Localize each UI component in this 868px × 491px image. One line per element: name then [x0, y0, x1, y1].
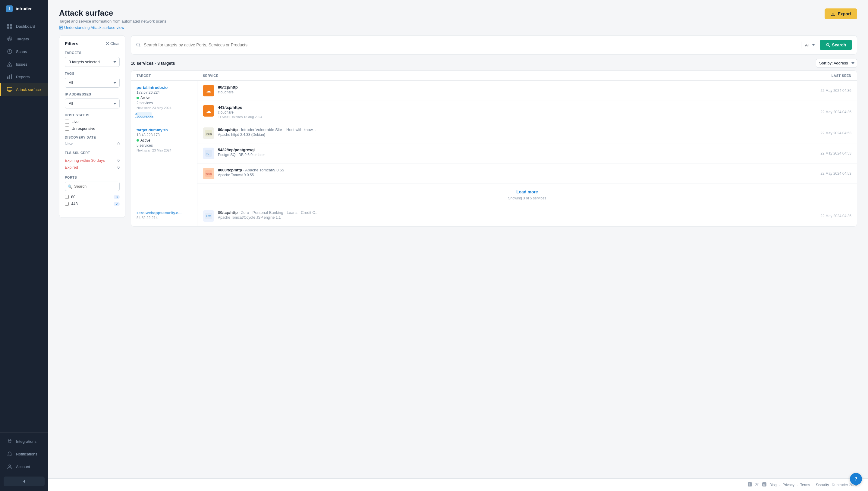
status-label: Active — [140, 96, 150, 100]
sidebar-item-account[interactable]: Account — [0, 460, 48, 473]
sidebar-collapse-button[interactable] — [4, 476, 45, 486]
filter-tags: Tags All — [65, 72, 120, 88]
svg-text:in: in — [763, 484, 765, 486]
ip-select[interactable]: All — [65, 98, 120, 109]
sidebar-item-reports[interactable]: Reports — [0, 70, 48, 83]
tags-filter-label: Tags — [65, 72, 120, 75]
live-checkbox[interactable] — [65, 120, 69, 124]
service-name-443: 443/tcp/https — [218, 105, 803, 110]
footer: f in Blog · Privacy · Terms · Security ©… — [48, 478, 868, 491]
service-product-80: cloudflare — [218, 90, 803, 94]
svg-line-22 — [139, 46, 140, 47]
sidebar-item-dashboard[interactable]: Dashboard — [0, 20, 48, 32]
logo-text: intruder — [16, 6, 32, 11]
host-status-checkboxes: Live Unresponsive — [65, 119, 120, 131]
col-last-seen: Last seen — [803, 74, 851, 78]
main-content: Attack surface Target and service inform… — [48, 0, 868, 491]
sidebar-logo[interactable]: I intruder — [0, 0, 48, 18]
ports-label: Ports — [65, 176, 120, 179]
sidebar-item-notifications[interactable]: Notifications — [0, 447, 48, 460]
service-info-8000: TOMCAT 8000/tcp/http · Apache Tomcat/9.0… — [203, 168, 803, 179]
sidebar-item-label: Scans — [16, 49, 27, 54]
unresponsive-label: Unresponsive — [72, 126, 95, 131]
unresponsive-checkbox-label[interactable]: Unresponsive — [65, 126, 120, 131]
sidebar-item-label: Dashboard — [16, 24, 35, 29]
service-last-seen-80-dummy: 22 May 2024 04:53 — [803, 131, 851, 135]
port-item-80[interactable]: 80 3 — [65, 193, 120, 200]
unresponsive-checkbox[interactable] — [65, 126, 69, 131]
port-443-checkbox[interactable] — [65, 202, 69, 206]
understanding-link[interactable]: Understanding Attack surface view — [59, 25, 166, 30]
filter-ports: Ports 🔍 80 3 443 2 — [65, 176, 120, 207]
help-bubble[interactable]: ? — [850, 473, 862, 485]
targets-count: 3 targets — [157, 61, 175, 66]
service-name-80-dummy: 80/tcp/http · Intruder Vulnerable Site –… — [218, 127, 803, 132]
clear-label: Clear — [110, 41, 120, 46]
sidebar-item-issues[interactable]: Issues — [0, 58, 48, 70]
sidebar-item-integrations[interactable]: Integrations — [0, 435, 48, 447]
port-item-443[interactable]: 443 2 — [65, 200, 120, 207]
service-name-80: 80/tcp/http — [218, 85, 803, 89]
sidebar-item-label: Targets — [16, 37, 29, 41]
search-input[interactable] — [144, 42, 798, 47]
blog-link[interactable]: Blog — [769, 483, 777, 487]
search-button[interactable]: Search — [820, 40, 852, 50]
services-col-zero: zero 80/tcp/http · Zero - Personal Banki… — [197, 206, 857, 226]
ports-search-input[interactable] — [65, 182, 120, 191]
svg-point-23 — [827, 44, 829, 46]
export-button[interactable]: Export — [824, 8, 857, 19]
port-80-checkbox[interactable] — [65, 195, 69, 199]
footer-sep-1: · — [779, 483, 780, 487]
facebook-link[interactable]: f — [748, 482, 752, 487]
target-host-zero[interactable]: zero.webappsecurity.c... — [137, 210, 181, 215]
tags-select[interactable]: All — [65, 78, 120, 88]
sidebar: I intruder Dashboard Targets Scans Issue… — [0, 0, 48, 491]
service-icon-tomcat: TOMCAT — [203, 168, 214, 179]
target-status-dummy: Active — [137, 138, 192, 143]
results-summary: 10 services • 3 targets — [131, 61, 175, 66]
page-title: Attack surface — [59, 8, 166, 18]
target-services-count-dummy: 5 services — [137, 143, 192, 148]
results-header: 10 services • 3 targets Sort by: Address — [131, 59, 857, 67]
target-next-scan-portal: Next scan 23 May 2024 — [137, 106, 192, 110]
sort-select[interactable]: Sort by: Address — [816, 59, 857, 67]
port-443-count: 2 — [114, 202, 120, 206]
target-host-dummy[interactable]: target.dummy.sh — [137, 128, 168, 132]
alert-icon — [7, 61, 12, 67]
ports-search-wrap: 🔍 — [65, 182, 120, 191]
target-status-portal: Active — [137, 96, 192, 100]
load-more-button[interactable]: Load more — [516, 190, 538, 194]
search-type-select[interactable]: All — [801, 41, 817, 49]
port-443-number: 443 — [71, 202, 78, 206]
clear-button[interactable]: Clear — [106, 41, 120, 46]
service-info-zero-80: zero 80/tcp/http · Zero - Personal Banki… — [203, 210, 803, 222]
bell-icon — [7, 451, 12, 457]
target-host-portal[interactable]: portal.intruder.io — [137, 85, 168, 90]
svg-rect-13 — [7, 87, 12, 91]
service-icon-zero: zero — [203, 210, 214, 222]
target-logo-portal: ☁ CLOUDFLARE — [137, 112, 192, 118]
expired-count: 0 — [117, 165, 120, 170]
target-info-zero: zero.webappsecurity.c... 54.82.22.214 — [131, 206, 197, 226]
search-bar: All Search — [131, 35, 857, 55]
live-checkbox-label[interactable]: Live — [65, 119, 120, 124]
sidebar-item-label: Account — [16, 464, 30, 469]
security-link[interactable]: Security — [816, 483, 829, 487]
service-icon-cloudflare-1: ☁ — [203, 85, 214, 96]
targets-filter-label: Targets — [65, 51, 120, 55]
twitter-icon — [755, 482, 759, 487]
service-product-80-dummy: Apache httpd 2.4.38 (Debian) — [218, 133, 803, 137]
sidebar-item-attack-surface[interactable]: Attack surface — [0, 83, 48, 96]
status-dot-active-2 — [137, 139, 139, 142]
twitter-link[interactable] — [755, 482, 759, 487]
svg-point-6 — [9, 38, 10, 39]
targets-select[interactable]: 3 targets selected — [65, 57, 120, 67]
linkedin-link[interactable]: in — [762, 482, 766, 487]
sidebar-item-label: Integrations — [16, 439, 36, 444]
privacy-link[interactable]: Privacy — [782, 483, 794, 487]
sidebar-item-scans[interactable]: Scans — [0, 45, 48, 58]
sidebar-item-targets[interactable]: Targets — [0, 32, 48, 45]
terms-link[interactable]: Terms — [800, 483, 810, 487]
svg-rect-10 — [7, 77, 8, 79]
search-btn-icon — [826, 43, 830, 47]
